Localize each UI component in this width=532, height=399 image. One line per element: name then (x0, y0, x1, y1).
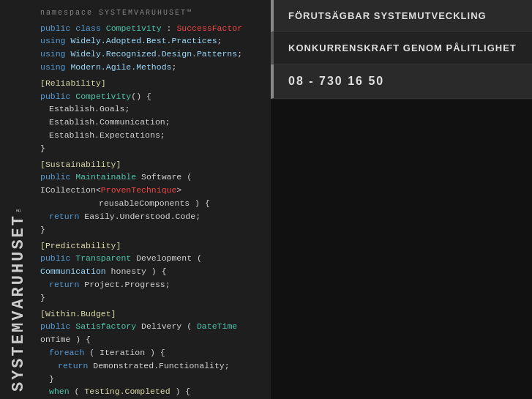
info-top: FÖRUTSÄGBAR SYSTEMUTVECKLING KONKURRENSK… (271, 0, 532, 100)
foreach-close: } (40, 373, 263, 386)
establish-goals: Establish.Goals; (40, 102, 263, 116)
return-project: return Project.Progress; (40, 278, 263, 291)
tagline2-row: KONKURRENSKRAFT GENOM PÅLITLIGHET (271, 32, 532, 64)
maintainable-decl: public Maintainable Software ( ICollecti… (40, 171, 263, 197)
transparent-decl: public Transparent Development ( Communi… (40, 252, 263, 278)
attr-predictability: [Predictability] (40, 239, 263, 253)
attr-reliability: [Reliability] (40, 77, 263, 90)
brace-close-1: } (40, 142, 263, 155)
code-content: namespace SYSTEMVARUHUSET™ public class … (40, 7, 263, 399)
info-bottom (271, 100, 532, 399)
return-demonstrated: return Demonstrated.Functionality; (40, 359, 263, 373)
maintainable-params: reusableComponents ) { (40, 197, 263, 210)
tm-mark: ™ (15, 204, 23, 212)
brace-close-3: } (40, 291, 263, 305)
foreach-decl: foreach ( Iteration ) { (40, 346, 263, 359)
satisfactory-decl: public Satisfactory Delivery ( DateTime … (40, 320, 263, 346)
info-panel: FÖRUTSÄGBAR SYSTEMUTVECKLING KONKURRENSK… (271, 0, 532, 399)
when-decl: when ( Testing.Completed ) { (40, 385, 263, 398)
using-3: using Modern.Agile.Methods; (40, 61, 263, 74)
using-1: using Widely.Adopted.Best.Practices; (40, 34, 263, 48)
tagline1-row: FÖRUTSÄGBAR SYSTEMUTVECKLING (271, 0, 532, 32)
sidebar-brand-area: ™ SYSTEMVARUHUSET (0, 0, 37, 399)
establish-expectations: Establish.Expectations; (40, 129, 263, 142)
constructor-decl: public Competivity() { (40, 90, 263, 103)
tagline2-text: KONKURRENSKRAFT GENOM PÅLITLIGHET (288, 42, 517, 53)
namespace-line: namespace SYSTEMVARUHUSET™ (40, 7, 263, 19)
brace-close-2: } (40, 223, 263, 236)
brand-name: SYSTEMVARUHUSET (10, 214, 28, 392)
attr-budget: [Within.Budget] (40, 307, 263, 321)
using-2: using Widely.Recognized.Design.Patterns; (40, 48, 263, 61)
tagline1-text: FÖRUTSÄGBAR SYSTEMUTVECKLING (288, 10, 487, 21)
establish-communication: Establish.Communication; (40, 116, 263, 129)
attr-sustainability: [Sustainability] (40, 158, 263, 171)
phone-row: 08 - 730 16 50 (271, 64, 532, 99)
class-declaration: public class Competivity : SuccessFactor (40, 22, 263, 35)
phone-text: 08 - 730 16 50 (288, 75, 384, 88)
code-panel: ™ SYSTEMVARUHUSET namespace SYSTEMVARUHU… (0, 0, 271, 399)
return-easily: return Easily.Understood.Code; (40, 210, 263, 223)
